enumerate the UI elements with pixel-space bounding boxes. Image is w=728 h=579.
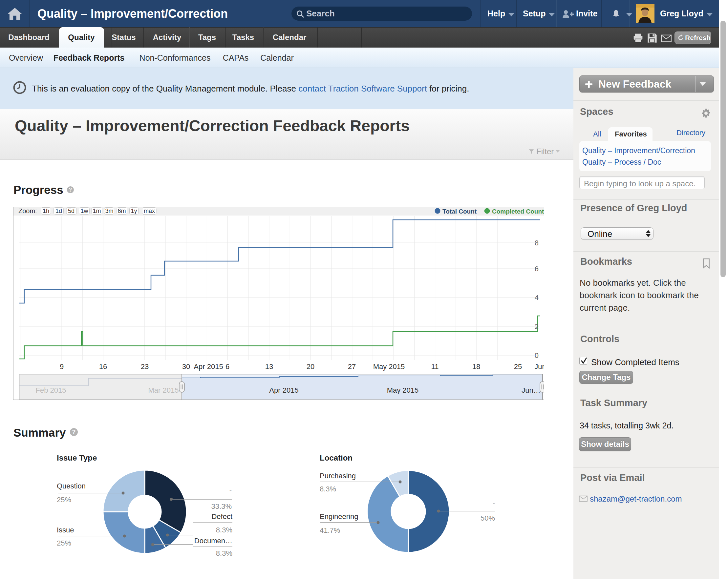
svg-text:-: - xyxy=(493,499,495,507)
svg-text:18: 18 xyxy=(472,362,480,371)
svg-text:1w: 1w xyxy=(80,208,88,214)
svg-text:50%: 50% xyxy=(480,514,495,522)
svg-text:8: 8 xyxy=(535,239,539,247)
svg-text:11: 11 xyxy=(431,362,439,371)
svg-text:Engineering: Engineering xyxy=(320,513,358,521)
svg-text:25%: 25% xyxy=(57,496,71,504)
svg-text:25%: 25% xyxy=(57,539,71,547)
svg-text:13: 13 xyxy=(265,362,273,371)
svg-text:33.3%: 33.3% xyxy=(211,502,232,511)
svg-text:8.3%: 8.3% xyxy=(320,485,336,493)
svg-text:May 2015: May 2015 xyxy=(387,386,419,394)
svg-text:6: 6 xyxy=(226,362,229,371)
svg-text:20: 20 xyxy=(307,362,314,371)
svg-text:Zoom:: Zoom: xyxy=(18,207,37,215)
svg-text:May 2015: May 2015 xyxy=(373,362,405,371)
svg-text:41.7%: 41.7% xyxy=(320,526,340,534)
svg-text:1d: 1d xyxy=(55,208,62,214)
svg-text:Jun: Jun xyxy=(534,362,544,371)
svg-text:8.3%: 8.3% xyxy=(216,549,232,557)
svg-text:25: 25 xyxy=(514,362,522,371)
svg-text:Documen…: Documen… xyxy=(194,537,232,545)
svg-text:Feb 2015: Feb 2015 xyxy=(36,386,66,394)
svg-text:Apr 2015: Apr 2015 xyxy=(194,362,223,371)
svg-text:Jun…: Jun… xyxy=(522,386,540,394)
svg-text:3m: 3m xyxy=(105,208,113,214)
svg-text:Question: Question xyxy=(57,482,86,490)
svg-text:5d: 5d xyxy=(68,208,75,214)
svg-text:1m: 1m xyxy=(93,208,101,214)
svg-text:4: 4 xyxy=(535,294,539,302)
svg-text:6: 6 xyxy=(535,265,539,273)
svg-text:6m: 6m xyxy=(118,208,126,214)
svg-text:Issue: Issue xyxy=(57,526,74,534)
svg-text:1y: 1y xyxy=(131,208,137,214)
svg-text:23: 23 xyxy=(141,362,149,371)
svg-text:Completed Count: Completed Count xyxy=(492,208,544,215)
svg-text:9: 9 xyxy=(60,362,64,371)
svg-text:-: - xyxy=(229,486,232,494)
svg-text:Total Count: Total Count xyxy=(442,208,477,215)
svg-text:Purchasing: Purchasing xyxy=(320,472,356,480)
svg-text:27: 27 xyxy=(348,362,356,371)
svg-text:Mar 2015: Mar 2015 xyxy=(148,386,179,394)
svg-text:Defect: Defect xyxy=(211,513,232,521)
svg-text:16: 16 xyxy=(99,362,107,371)
svg-text:max: max xyxy=(144,208,155,214)
svg-text:2: 2 xyxy=(535,323,539,331)
svg-text:Apr 2015: Apr 2015 xyxy=(269,386,298,394)
svg-text:1h: 1h xyxy=(43,208,49,214)
svg-text:0: 0 xyxy=(535,351,539,360)
svg-text:30: 30 xyxy=(182,362,190,371)
svg-text:8.3%: 8.3% xyxy=(216,526,232,534)
